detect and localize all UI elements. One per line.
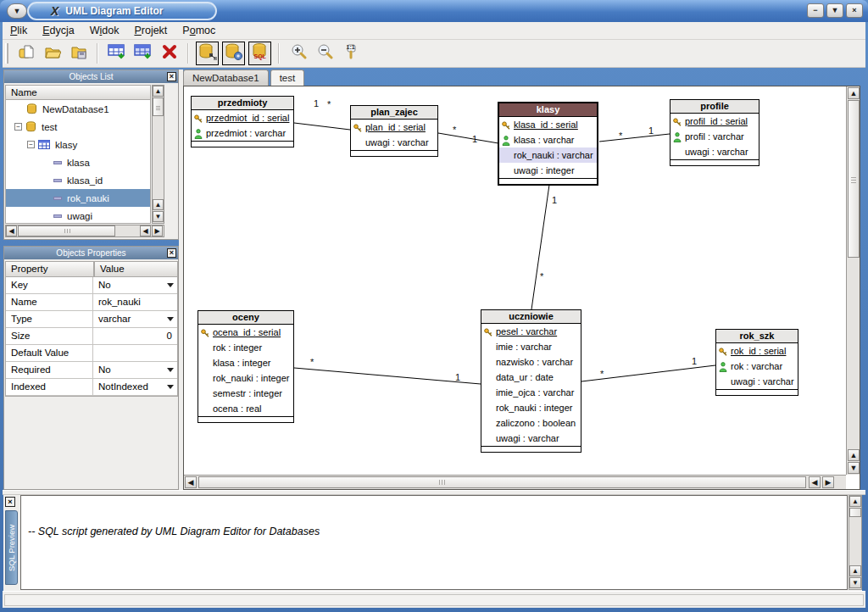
- entity-field[interactable]: nazwisko : varchar: [481, 354, 581, 370]
- zoom-in-button[interactable]: [287, 42, 309, 65]
- entity-field[interactable]: plan_id : serial: [351, 120, 437, 135]
- scroll-right-icon[interactable]: ▶: [152, 225, 163, 236]
- entity-field[interactable]: uwagi : integer: [499, 163, 597, 178]
- entity-oceny[interactable]: oceny ocena_id : serial rok : integer kl…: [198, 310, 294, 423]
- entity-field[interactable]: ocena_id : serial: [198, 325, 293, 340]
- edit-table-button[interactable]: [131, 42, 154, 65]
- add-table-button[interactable]: [105, 42, 128, 65]
- menu-pomoc[interactable]: Pomoc: [175, 25, 223, 36]
- save-button[interactable]: [67, 42, 90, 65]
- tree-item-test[interactable]: − test: [6, 118, 150, 136]
- sql-preview-text[interactable]: -- SQL script generated by UML Diagram E…: [20, 495, 848, 590]
- entity-field[interactable]: data_ur : date: [481, 370, 581, 385]
- scroll-up-icon[interactable]: ▲: [849, 496, 861, 507]
- tree-item-rok-nauki[interactable]: rok_nauki: [6, 189, 150, 207]
- scroll-left-icon[interactable]: ◀: [140, 225, 151, 236]
- diagram-vertical-scrollbar[interactable]: ▲ ▲ ▼: [846, 86, 860, 475]
- entity-field[interactable]: uwagi : varchar: [351, 135, 437, 150]
- sql-vertical-scrollbar[interactable]: ▲ ▲ ▼: [849, 495, 862, 590]
- tab-newdatabase1[interactable]: NewDatabase1: [183, 70, 269, 86]
- new-button[interactable]: [14, 42, 37, 65]
- scrollbar-thumb[interactable]: [848, 100, 860, 258]
- entity-field[interactable]: przedmiot_id : serial: [192, 110, 293, 125]
- zoom-out-button[interactable]: [313, 42, 336, 65]
- scroll-left-icon[interactable]: ◀: [185, 476, 197, 488]
- entity-field[interactable]: rok : varchar: [716, 359, 798, 374]
- tree-item-newdatabase1[interactable]: NewDatabase1: [6, 100, 150, 118]
- delete-button[interactable]: [158, 42, 181, 65]
- scroll-up-icon[interactable]: ▲: [153, 86, 164, 97]
- titlebar[interactable]: ▼ X UML Diagram Editor − ▼ ×: [0, 0, 868, 22]
- tree-item-klasa[interactable]: klasa: [6, 153, 150, 171]
- toolbar-handle[interactable]: [5, 43, 8, 64]
- tree-item-klasa-id[interactable]: klasa_id: [6, 171, 150, 189]
- open-button[interactable]: [41, 42, 64, 65]
- required-dropdown[interactable]: No: [93, 362, 177, 378]
- tab-test[interactable]: test: [270, 70, 305, 86]
- entity-field[interactable]: rok : integer: [198, 340, 293, 355]
- name-column-header[interactable]: Name: [5, 85, 151, 100]
- objects-list-close-icon[interactable]: ×: [167, 72, 176, 81]
- scroll-right-icon[interactable]: ▶: [822, 476, 834, 488]
- entity-title[interactable]: profile: [670, 100, 759, 114]
- entity-field[interactable]: uwagi : varchar: [716, 374, 798, 389]
- entity-plan-zajec[interactable]: plan_zajec plan_id : serial uwagi : varc…: [350, 105, 438, 157]
- value-column-header[interactable]: Value: [94, 261, 178, 277]
- scroll-left-icon[interactable]: ◀: [6, 225, 17, 236]
- entity-field[interactable]: imie_ojca : varchar: [481, 385, 581, 400]
- entity-field[interactable]: uwagi : varchar: [481, 431, 581, 446]
- collapse-expander-icon[interactable]: −: [27, 141, 35, 148]
- scroll-down-icon[interactable]: ▼: [849, 577, 861, 588]
- scroll-up-icon[interactable]: ▲: [849, 565, 861, 576]
- entity-field[interactable]: semestr : integer: [198, 386, 293, 401]
- scrollbar-thumb[interactable]: [849, 508, 861, 517]
- scrollbar-thumb[interactable]: [18, 225, 115, 236]
- show-properties-button[interactable]: [222, 42, 245, 65]
- scroll-up-icon[interactable]: ▲: [848, 87, 860, 99]
- sql-preview-tab[interactable]: SQL Preview: [5, 510, 18, 585]
- entity-field[interactable]: rok_id : serial: [716, 343, 798, 359]
- show-relations-button[interactable]: [196, 42, 219, 65]
- minimize-button[interactable]: −: [807, 3, 824, 18]
- entity-field[interactable]: rok_nauki : integer: [198, 370, 293, 386]
- entity-field[interactable]: rok_nauki : integer: [481, 400, 581, 415]
- sql-preview-close-icon[interactable]: ×: [5, 497, 15, 507]
- entity-field[interactable]: klasa : varchar: [499, 132, 597, 147]
- scroll-up-icon[interactable]: ▲: [848, 449, 860, 461]
- menu-plik[interactable]: Plik: [3, 25, 35, 36]
- entity-klasy[interactable]: klasy klasa_id : serial klasa : varchar …: [498, 102, 598, 186]
- entity-uczniowie[interactable]: uczniowie pesel : varchar imie : varchar…: [481, 309, 581, 453]
- size-field[interactable]: 0: [93, 328, 177, 344]
- entity-title[interactable]: klasy: [499, 103, 597, 117]
- entity-rok-szk[interactable]: rok_szk rok_id : serial rok : varchar uw…: [715, 329, 798, 396]
- scroll-left-icon[interactable]: ◀: [809, 476, 821, 488]
- entity-field-selected[interactable]: rok_nauki : varchar: [499, 147, 597, 163]
- entity-title[interactable]: rok_szk: [716, 330, 798, 343]
- objects-properties-close-icon[interactable]: ×: [167, 248, 176, 258]
- tree-item-uwagi[interactable]: uwagi: [6, 207, 150, 224]
- maximize-button[interactable]: ▼: [826, 3, 843, 18]
- entity-title[interactable]: oceny: [198, 311, 293, 325]
- entity-przedmioty[interactable]: przedmioty przedmiot_id : serial przedmi…: [191, 96, 294, 147]
- property-column-header[interactable]: Property: [5, 261, 94, 277]
- scroll-up-icon[interactable]: ▲: [153, 199, 164, 210]
- entity-field[interactable]: imie : varchar: [481, 339, 581, 354]
- entity-field[interactable]: profil_id : serial: [670, 114, 759, 129]
- entity-field[interactable]: pesel : varchar: [481, 324, 581, 339]
- tree-horizontal-scrollbar[interactable]: ◀ ◀ ▶: [5, 225, 164, 237]
- collapse-expander-icon[interactable]: −: [14, 123, 22, 131]
- objects-list-title[interactable]: Objects List ×: [4, 70, 178, 83]
- objects-properties-title[interactable]: Objects Properties ×: [4, 247, 178, 259]
- type-dropdown[interactable]: varchar: [93, 311, 177, 327]
- diagram-canvas[interactable]: 1 * * 1 * 1 1 * * 1 * 1 przedmioty przed…: [184, 86, 846, 475]
- menu-widok[interactable]: Widok: [82, 25, 127, 36]
- show-sql-button[interactable]: SQL: [248, 42, 271, 65]
- scrollbar-thumb[interactable]: [153, 97, 164, 116]
- entity-field[interactable]: klasa : integer: [198, 355, 293, 370]
- entity-title[interactable]: uczniowie: [481, 310, 581, 324]
- menu-projekt[interactable]: Projekt: [126, 25, 175, 36]
- scrollbar-thumb[interactable]: [198, 476, 806, 488]
- tree-item-klasy[interactable]: − klasy: [6, 136, 150, 153]
- entity-field[interactable]: zaliczono : boolean: [481, 415, 581, 431]
- menu-edycja[interactable]: Edycja: [35, 25, 82, 36]
